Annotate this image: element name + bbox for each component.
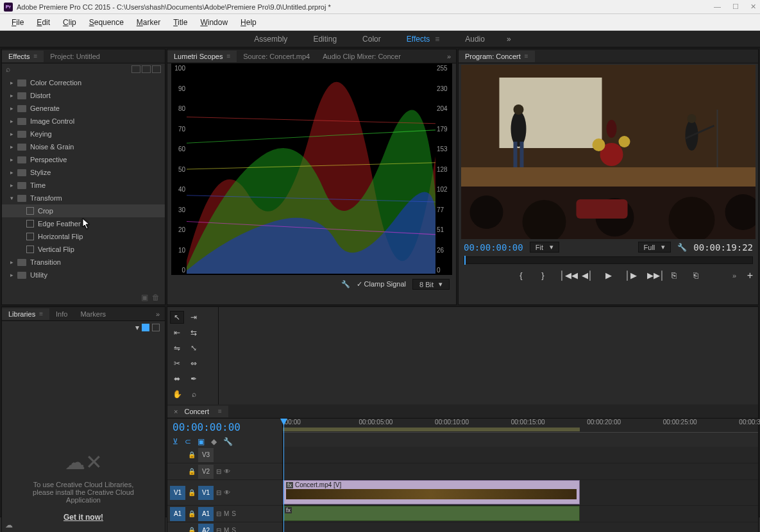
audio-mixer-tab[interactable]: Audio Clip Mixer: Concer	[316, 51, 407, 62]
razor-tool-icon[interactable]: ✂	[170, 357, 184, 370]
lock-icon[interactable]: 🔒	[188, 451, 196, 458]
zoom-tool-icon[interactable]: ⌕	[187, 388, 201, 401]
menu-window[interactable]: Window	[194, 16, 234, 29]
lib-menu-dropdown-icon[interactable]: ▾	[135, 323, 139, 332]
effects-tree[interactable]: ▸Color Correction▸Distort▸Generate▸Image…	[2, 75, 165, 290]
tl-marker-icon[interactable]: ◆	[211, 437, 217, 446]
workspace-audio[interactable]: Audio	[461, 32, 489, 46]
video-clip[interactable]: fxConcert.mp4 [V]	[283, 480, 580, 504]
get-it-now-link[interactable]: Get it now!	[63, 513, 103, 522]
minimize-button[interactable]: —	[714, 3, 721, 11]
track-select-fwd-icon[interactable]: ⇥	[187, 311, 201, 324]
markers-tab[interactable]: Markers	[74, 308, 112, 320]
menu-title[interactable]: Title	[167, 16, 194, 29]
menu-file[interactable]: File	[5, 16, 30, 29]
maximize-button[interactable]: ☐	[732, 3, 739, 11]
slide-tool-icon[interactable]: ⬌	[170, 372, 184, 385]
timeline-ruler[interactable]: :00:0000:00:05:0000:00:10:0000:00:15:000…	[283, 419, 758, 433]
sequence-tab[interactable]: ×Concert≡	[167, 406, 228, 417]
menu-sequence[interactable]: Sequence	[83, 16, 130, 29]
mark-in-button[interactable]: {	[516, 270, 527, 280]
lock-icon[interactable]: 🔒	[188, 527, 196, 532]
lock-icon[interactable]: 🔒	[188, 489, 196, 496]
program-timecode-in[interactable]: 00:00:00:00	[464, 242, 523, 253]
rolling-edit-icon[interactable]: ⇋	[170, 342, 184, 354]
workspace-overflow-icon[interactable]: »	[507, 35, 510, 44]
bit-depth-dropdown[interactable]: 8 Bit▾	[412, 279, 450, 290]
effects-folder[interactable]: ▸Noise & Grain	[2, 140, 165, 153]
slip-tool-icon[interactable]: ⇔	[187, 357, 201, 370]
step-forward-button[interactable]: │▶	[625, 270, 636, 280]
program-settings-icon[interactable]: 🔧	[677, 243, 687, 252]
workspace-menu-icon[interactable]: ≡	[435, 35, 439, 44]
effects-folder[interactable]: ▸Utility	[2, 269, 165, 281]
effects-filter-badges[interactable]	[131, 65, 161, 73]
trash-icon[interactable]: 🗑	[152, 293, 160, 302]
menu-clip[interactable]: Clip	[56, 16, 83, 29]
zoom-fit-dropdown[interactable]: Fit▾	[530, 242, 559, 253]
add-button-icon[interactable]: +	[747, 270, 753, 281]
program-scrubber[interactable]	[464, 256, 753, 264]
extract-button[interactable]: ⎗	[691, 270, 701, 280]
pen-tool-icon[interactable]: ✒	[187, 372, 201, 385]
play-button[interactable]: ▶	[604, 270, 614, 280]
menu-marker[interactable]: Marker	[130, 16, 167, 29]
step-back-button[interactable]: ◀│	[582, 270, 592, 280]
track-select-back-icon[interactable]: ⇤	[170, 326, 184, 339]
selection-tool-icon[interactable]: ↖	[170, 311, 184, 324]
lock-icon[interactable]: 🔒	[188, 468, 196, 475]
lib-list-view-icon[interactable]	[152, 324, 160, 331]
track-head-v3[interactable]: 🔒 V3	[167, 447, 282, 463]
lib-grid-view-icon[interactable]	[142, 324, 149, 331]
transport-overflow-icon[interactable]: »	[732, 272, 735, 279]
lumetri-tab[interactable]: Lumetri Scopes≡	[167, 51, 237, 62]
menu-help[interactable]: Help	[234, 16, 263, 29]
libraries-tab[interactable]: Libraries≡	[2, 308, 49, 320]
snap-toggle-icon[interactable]: ⊻	[173, 437, 178, 446]
track-lanes[interactable]: fxConcert.mp4 [V] fx	[283, 447, 758, 532]
libs-overflow-icon[interactable]: »	[156, 310, 158, 318]
timeline-timecode[interactable]: 00:00:00:00	[173, 421, 277, 433]
new-bin-icon[interactable]: ▣	[141, 293, 148, 302]
effects-folder[interactable]: ▸Image Control	[2, 115, 165, 128]
effects-folder[interactable]: ▸Distort	[2, 89, 165, 102]
effects-search-input[interactable]	[14, 65, 128, 73]
menu-edit[interactable]: Edit	[30, 16, 56, 29]
source-tab[interactable]: Source: Concert.mp4	[237, 51, 316, 62]
rate-stretch-icon[interactable]: ⤡	[187, 342, 201, 354]
effects-folder[interactable]: ▸Keying	[2, 128, 165, 140]
lock-icon[interactable]: 🔒	[188, 510, 196, 517]
tl-wrench-icon[interactable]: 🔧	[223, 437, 233, 446]
effects-folder[interactable]: ▸Stylize	[2, 166, 165, 179]
track-head-v1[interactable]: V1🔒 V1 ⊟👁	[167, 480, 282, 506]
goto-in-button[interactable]: │◀◀	[560, 270, 570, 280]
effects-item[interactable]: Horizontal Flip	[2, 230, 165, 243]
close-button[interactable]: ✕	[750, 3, 756, 11]
workspace-editing[interactable]: Editing	[309, 32, 341, 46]
goto-out-button[interactable]: ▶▶│	[647, 270, 657, 280]
add-marker-icon[interactable]: ▣	[198, 437, 205, 446]
panel-overflow-icon[interactable]: »	[441, 51, 456, 62]
effects-item[interactable]: Vertical Flip	[2, 243, 165, 256]
info-tab[interactable]: Info	[49, 308, 74, 320]
lift-button[interactable]: ⎘	[669, 270, 679, 280]
effects-folder[interactable]: ▸Perspective	[2, 153, 165, 166]
workspace-assembly[interactable]: Assembly	[250, 32, 291, 46]
program-video-display[interactable]	[461, 65, 756, 239]
mark-out-button[interactable]: }	[538, 270, 548, 280]
effects-folder[interactable]: ▸Transition	[2, 256, 165, 269]
linked-selection-icon[interactable]: ⊂	[185, 437, 191, 446]
track-head-a2[interactable]: 🔒 A2 ⊟MS	[167, 522, 282, 532]
ripple-edit-icon[interactable]: ⇆	[187, 326, 201, 339]
program-tab[interactable]: Program: Concert≡	[459, 51, 535, 62]
hand-tool-icon[interactable]: ✋	[170, 388, 184, 401]
quality-dropdown[interactable]: Full▾	[638, 242, 671, 253]
clamp-signal-checkbox[interactable]: ✓ Clamp Signal	[357, 280, 406, 288]
effects-tab[interactable]: Effects≡	[2, 51, 44, 62]
effects-folder[interactable]: ▾Transform	[2, 192, 165, 204]
scope-settings-icon[interactable]: 🔧	[341, 280, 350, 288]
track-head-a1[interactable]: A1🔒 A1 ⊟MS	[167, 506, 282, 522]
track-head-v2[interactable]: 🔒 V2 ⊟👁	[167, 463, 282, 480]
effects-item[interactable]: Crop	[2, 204, 165, 217]
project-tab[interactable]: Project: Untitled	[44, 51, 106, 62]
